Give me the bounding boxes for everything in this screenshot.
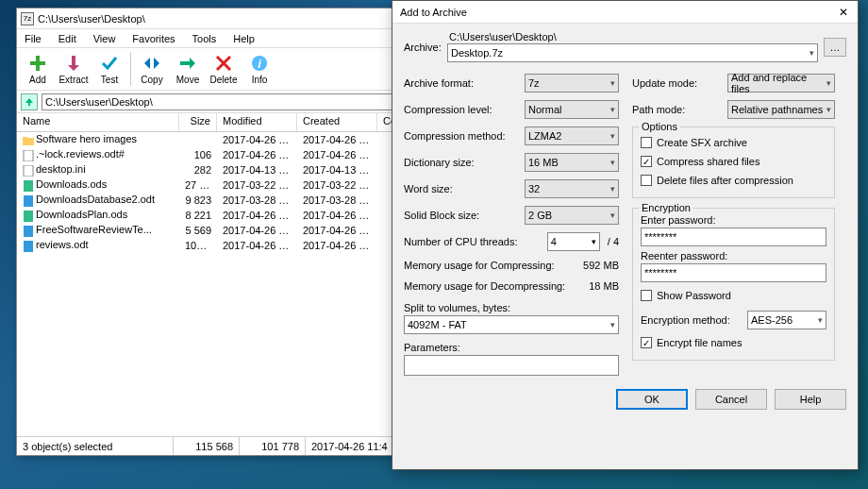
close-icon[interactable]: ✕	[837, 6, 850, 19]
method-select[interactable]: LZMA2	[525, 126, 619, 145]
split-label: Split to volumes, bytes:	[404, 302, 619, 313]
menu-help[interactable]: Help	[229, 31, 259, 46]
mem-decompress-label: Memory usage for Decompressing:	[404, 280, 565, 292]
dict-select[interactable]: 16 MB	[525, 153, 619, 172]
svg-text:i: i	[258, 57, 261, 71]
add-button[interactable]: Add	[21, 53, 55, 85]
ok-button[interactable]: OK	[616, 389, 688, 410]
dialog-title: Add to Archive	[400, 7, 467, 18]
browse-button[interactable]: …	[824, 38, 846, 57]
archive-name-select[interactable]: Desktop.7z	[447, 43, 818, 62]
status-size2: 101 778	[240, 437, 306, 455]
toolbar-separator	[130, 52, 131, 86]
split-select[interactable]: 4092M - FAT	[404, 315, 619, 334]
encrypt-names-label: Encrypt file names	[657, 337, 742, 348]
svg-rect-22	[24, 241, 33, 252]
encrypt-names-checkbox[interactable]: ✓	[641, 337, 652, 348]
params-input[interactable]	[404, 355, 619, 376]
delete-button[interactable]: Delete	[207, 53, 241, 85]
word-select[interactable]: 32	[525, 179, 619, 198]
dialog-buttons: OK Cancel Help	[392, 381, 858, 417]
svg-rect-17	[24, 165, 33, 177]
svg-rect-19	[24, 195, 33, 207]
status-size1: 115 568	[174, 437, 240, 455]
app-icon: 7z	[21, 12, 34, 25]
menu-favorites[interactable]: Favorites	[128, 31, 178, 46]
delete-icon	[213, 53, 234, 74]
info-icon: i	[249, 53, 270, 74]
mem-compress-label: Memory usage for Compressing:	[404, 260, 555, 271]
svg-marker-5	[154, 58, 159, 69]
file-icon	[23, 226, 34, 237]
dialog-titlebar: Add to Archive ✕	[392, 1, 858, 24]
sfx-checkbox[interactable]	[641, 137, 652, 148]
archive-path: C:\Users\user\Desktop\	[447, 31, 818, 42]
cpu-label: Number of CPU threads:	[404, 236, 517, 247]
update-select[interactable]: Add and replace files	[727, 74, 835, 93]
cpu-max: / 4	[608, 236, 619, 247]
enc-method-label: Encryption method:	[641, 314, 747, 326]
file-icon	[23, 150, 34, 161]
menu-tools[interactable]: Tools	[189, 31, 221, 46]
pathmode-label: Path mode:	[632, 104, 727, 115]
move-button[interactable]: Move	[171, 53, 205, 85]
svg-rect-15	[23, 137, 27, 140]
svg-rect-6	[180, 61, 190, 65]
col-name[interactable]: Name	[17, 113, 179, 131]
delete-checkbox[interactable]	[641, 175, 652, 186]
password2-input[interactable]	[641, 263, 826, 282]
menu-edit[interactable]: Edit	[55, 31, 80, 46]
shared-checkbox[interactable]: ✓	[641, 156, 652, 167]
cancel-button[interactable]: Cancel	[695, 389, 767, 410]
check-icon	[99, 53, 120, 74]
add-to-archive-dialog: Add to Archive ✕ Archive: C:\Users\user\…	[392, 0, 859, 470]
svg-rect-13	[28, 102, 30, 106]
dict-label: Dictionary size:	[404, 157, 525, 168]
solid-label: Solid Block size:	[404, 210, 525, 221]
password-input[interactable]	[641, 228, 826, 246]
solid-select[interactable]: 2 GB	[525, 206, 619, 225]
copy-icon	[142, 53, 162, 74]
show-password-checkbox[interactable]	[641, 290, 652, 301]
show-password-label: Show Password	[657, 290, 731, 301]
options-group: Options Create SFX archive ✓Compress sha…	[632, 126, 835, 198]
help-button[interactable]: Help	[775, 389, 846, 410]
svg-marker-4	[144, 58, 150, 69]
status-selected: 3 object(s) selected	[17, 437, 174, 455]
format-select[interactable]: 7z	[525, 74, 619, 93]
level-select[interactable]: Normal	[525, 100, 619, 119]
pathmode-select[interactable]: Relative pathnames	[727, 100, 835, 119]
cpu-select[interactable]: 4	[547, 232, 600, 251]
options-legend: Options	[639, 121, 680, 132]
col-size[interactable]: Size	[179, 113, 217, 131]
update-label: Update mode:	[632, 77, 727, 89]
plus-icon	[27, 53, 48, 74]
svg-marker-7	[190, 58, 195, 69]
svg-rect-21	[24, 226, 33, 237]
copy-button[interactable]: Copy	[135, 53, 169, 85]
file-icon	[23, 135, 34, 146]
svg-rect-18	[24, 180, 33, 192]
sfx-label: Create SFX archive	[657, 137, 747, 148]
enc-method-select[interactable]: AES-256	[747, 311, 826, 329]
menu-file[interactable]: File	[21, 31, 45, 46]
archive-label: Archive:	[404, 42, 442, 53]
menu-view[interactable]: View	[90, 31, 120, 46]
svg-marker-3	[68, 65, 79, 71]
col-modified[interactable]: Modified	[217, 113, 297, 131]
file-icon	[23, 241, 34, 252]
file-icon	[23, 165, 34, 177]
info-button[interactable]: i Info	[242, 53, 276, 85]
test-button[interactable]: Test	[92, 53, 126, 85]
svg-rect-16	[24, 150, 33, 161]
method-label: Compression method:	[404, 130, 525, 142]
folder-up-icon[interactable]	[21, 93, 38, 110]
format-label: Archive format:	[404, 77, 525, 89]
password-label: Enter password:	[641, 214, 826, 226]
delete-label: Delete files after compression	[657, 175, 793, 186]
file-icon	[23, 180, 34, 192]
col-created[interactable]: Created	[297, 113, 377, 131]
extract-button[interactable]: Extract	[57, 53, 91, 85]
svg-rect-20	[24, 211, 33, 222]
mem-decompress-value: 18 MB	[589, 280, 619, 292]
